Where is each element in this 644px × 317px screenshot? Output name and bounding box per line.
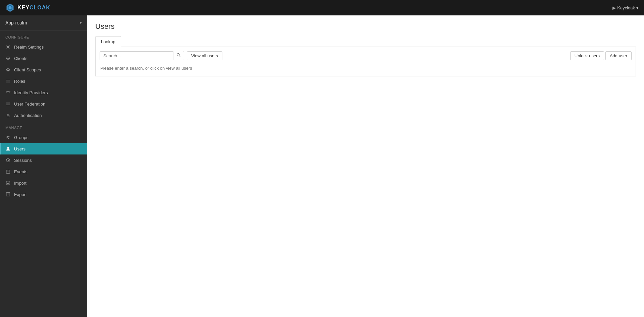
app-layout: App-realm ▾ Configure Realm Settings Cli…: [0, 15, 644, 317]
search-row: View all users Unlock users Add user: [100, 51, 632, 60]
svg-rect-10: [6, 82, 10, 82]
sidebar-item-import[interactable]: Import: [0, 177, 87, 189]
user-icon: ▶: [612, 5, 616, 10]
realm-settings-icon: [5, 44, 11, 50]
svg-rect-17: [7, 115, 9, 117]
sidebar-item-realm-settings[interactable]: Realm Settings: [0, 41, 87, 53]
user-federation-icon: [5, 101, 11, 107]
sidebar: App-realm ▾ Configure Realm Settings Cli…: [0, 15, 87, 317]
svg-point-18: [7, 136, 8, 138]
svg-point-7: [7, 69, 9, 70]
add-user-button[interactable]: Add user: [605, 51, 632, 60]
sidebar-item-export[interactable]: Export: [0, 189, 87, 200]
keycloak-logo-icon: [5, 3, 15, 12]
svg-line-30: [179, 56, 180, 57]
lookup-panel: View all users Unlock users Add user Ple…: [95, 47, 636, 76]
sidebar-item-sessions[interactable]: Sessions: [0, 154, 87, 166]
authentication-icon: [5, 113, 11, 118]
sidebar-item-clients[interactable]: Clients: [0, 53, 87, 64]
brand: KEYCLOAK: [5, 3, 50, 12]
search-input[interactable]: [100, 51, 173, 60]
svg-point-5: [7, 58, 9, 59]
svg-point-29: [177, 54, 179, 56]
export-icon: [5, 192, 11, 197]
sidebar-item-roles[interactable]: Roles: [0, 75, 87, 87]
page-title: Users: [95, 22, 636, 31]
sidebar-item-import-label: Import: [14, 181, 26, 186]
sidebar-item-realm-settings-label: Realm Settings: [14, 45, 44, 50]
realm-chevron: ▾: [80, 21, 82, 25]
svg-rect-14: [6, 103, 10, 103]
sidebar-item-user-federation-label: User Federation: [14, 102, 45, 107]
clients-icon: [5, 56, 11, 61]
groups-icon: [5, 135, 11, 140]
view-all-users-button[interactable]: View all users: [187, 51, 222, 60]
svg-rect-9: [6, 81, 10, 81]
svg-point-3: [7, 46, 9, 48]
search-icon: [176, 53, 181, 57]
client-scopes-icon: [5, 67, 11, 72]
svg-rect-22: [6, 170, 10, 174]
svg-rect-8: [6, 80, 10, 80]
search-right: Unlock users Add user: [570, 51, 632, 60]
realm-name: App-realm: [5, 20, 27, 25]
navbar: KEYCLOAK ▶ Keycloak ▾: [0, 0, 644, 15]
svg-point-19: [8, 136, 10, 138]
realm-selector[interactable]: App-realm ▾: [0, 15, 87, 30]
sidebar-item-sessions-label: Sessions: [14, 158, 32, 163]
sidebar-item-clients-label: Clients: [14, 56, 28, 61]
sidebar-item-authentication-label: Authentication: [14, 113, 42, 118]
identity-providers-icon: [5, 90, 11, 95]
sidebar-item-groups-label: Groups: [14, 135, 29, 140]
navbar-user-chevron: ▾: [636, 5, 639, 10]
svg-rect-16: [6, 105, 10, 105]
sidebar-item-users-label: Users: [14, 146, 25, 151]
navbar-user-menu[interactable]: ▶ Keycloak ▾: [612, 5, 639, 10]
sidebar-item-groups[interactable]: Groups: [0, 132, 87, 143]
navbar-username: Keycloak: [617, 5, 635, 10]
tabs-bar: Lookup: [95, 36, 636, 47]
svg-rect-11: [6, 91, 7, 92]
search-input-wrapper: [100, 51, 184, 60]
users-icon: [5, 146, 11, 151]
main-content: Users Lookup: [87, 15, 644, 317]
events-icon: [5, 169, 11, 174]
svg-rect-12: [9, 91, 10, 92]
unlock-users-button[interactable]: Unlock users: [570, 51, 604, 60]
sidebar-item-users[interactable]: Users: [0, 143, 87, 154]
svg-rect-15: [6, 104, 10, 104]
svg-point-20: [7, 147, 9, 149]
sidebar-item-export-label: Export: [14, 192, 27, 197]
tab-lookup[interactable]: Lookup: [95, 36, 121, 47]
sidebar-item-roles-label: Roles: [14, 79, 25, 84]
roles-icon: [5, 78, 11, 84]
sidebar-item-client-scopes-label: Client Scopes: [14, 67, 41, 72]
import-icon: [5, 180, 11, 186]
sidebar-item-client-scopes[interactable]: Client Scopes: [0, 64, 87, 75]
sidebar-item-identity-providers-label: Identity Providers: [14, 90, 48, 95]
sidebar-item-events-label: Events: [14, 169, 28, 174]
search-button[interactable]: [173, 51, 184, 60]
search-left: View all users: [100, 51, 222, 60]
sidebar-item-authentication[interactable]: Authentication: [0, 110, 87, 121]
sidebar-item-events[interactable]: Events: [0, 166, 87, 177]
manage-section-label: Manage: [0, 121, 87, 132]
configure-section-label: Configure: [0, 30, 87, 41]
brand-text: KEYCLOAK: [17, 5, 50, 11]
search-info-text: Please enter a search, or click on view …: [100, 63, 632, 72]
sidebar-item-identity-providers[interactable]: Identity Providers: [0, 87, 87, 98]
sidebar-item-user-federation[interactable]: User Federation: [0, 98, 87, 110]
sessions-icon: [5, 157, 11, 163]
